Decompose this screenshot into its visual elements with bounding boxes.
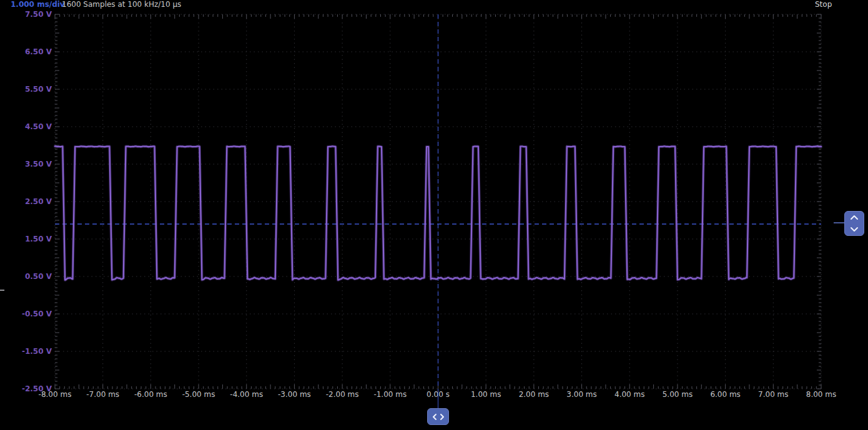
chevron-up-icon[interactable] xyxy=(850,215,859,220)
y-axis-tick-label: -0.50 V xyxy=(22,310,52,318)
scope-plot xyxy=(0,0,868,430)
trigger-level-indicator xyxy=(834,222,844,223)
x-axis-tick-label: -6.00 ms xyxy=(134,390,167,399)
x-axis-tick-label: -2.00 ms xyxy=(326,390,359,399)
x-axis-tick-label: -3.00 ms xyxy=(278,390,311,399)
x-axis-tick-label: 6.00 ms xyxy=(710,390,740,399)
y-axis-tick-label: 0.50 V xyxy=(25,272,52,281)
x-axis-tick-label: 8.00 ms xyxy=(806,390,836,399)
x-axis-tick-label: 4.00 ms xyxy=(614,390,644,399)
y-axis-tick-label: 7.50 V xyxy=(25,10,52,19)
y-axis-tick-label: 1.50 V xyxy=(25,235,52,243)
x-axis-tick-label: -4.00 ms xyxy=(230,390,263,399)
x-axis-tick-label: 1.00 ms xyxy=(471,390,501,399)
channel-offset-marker[interactable] xyxy=(0,290,4,291)
x-axis-tick-label: 2.00 ms xyxy=(519,390,549,399)
y-axis-tick-label: 5.50 V xyxy=(25,85,52,94)
chevron-down-icon[interactable] xyxy=(850,227,859,232)
chevron-left-icon[interactable] xyxy=(432,413,437,421)
x-axis-tick-label: 7.00 ms xyxy=(758,390,788,399)
y-axis-tick-label: 2.50 V xyxy=(25,197,52,206)
chevron-right-icon[interactable] xyxy=(440,413,445,421)
trigger-level-handle[interactable] xyxy=(844,211,864,236)
y-axis-tick-label: 3.50 V xyxy=(25,160,52,169)
y-axis-tick-label: -1.50 V xyxy=(22,347,52,356)
y-axis-tick-label: 4.50 V xyxy=(25,122,52,131)
oscilloscope-screen: 1.000 ms/div 1600 Samples at 100 kHz/10 … xyxy=(0,0,868,430)
y-axis-tick-label: 6.50 V xyxy=(25,47,52,56)
trigger-position-line xyxy=(438,389,438,409)
x-axis-tick-label: 5.00 ms xyxy=(663,390,693,399)
x-axis-tick-label: -5.00 ms xyxy=(182,390,215,399)
x-axis-tick-label: 3.00 ms xyxy=(566,390,596,399)
x-axis-tick-label: -8.00 ms xyxy=(39,390,72,399)
x-axis-tick-label: -1.00 ms xyxy=(373,390,407,399)
trigger-position-handle[interactable] xyxy=(427,408,449,425)
x-axis-tick-label: -7.00 ms xyxy=(86,390,119,399)
